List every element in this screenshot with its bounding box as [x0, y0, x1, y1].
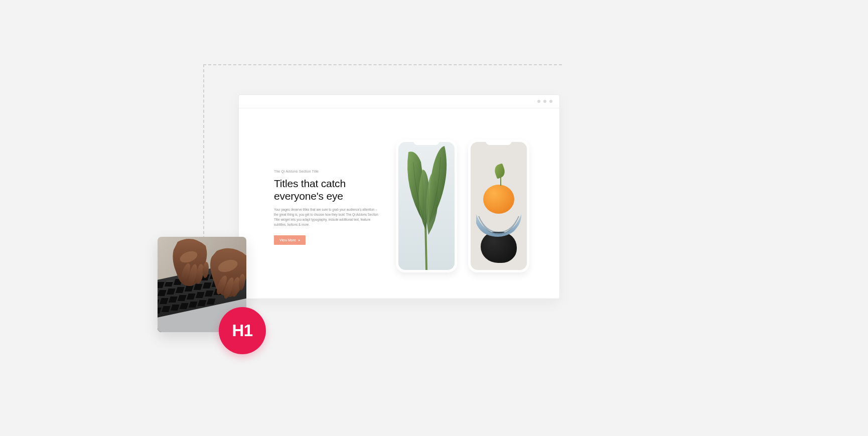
- h1-badge: H1: [219, 307, 266, 354]
- view-more-button[interactable]: View More: [274, 235, 306, 245]
- leaf-plant-image: [398, 142, 455, 270]
- section-subtitle: The Qi Addons Section Title: [274, 170, 382, 173]
- phone-mockup-right: [468, 139, 529, 272]
- window-dot: [549, 100, 552, 103]
- phone-screen-left: [398, 142, 455, 270]
- view-more-label: View More: [279, 238, 296, 242]
- browser-frame: The Qi Addons Section Title Titles that …: [238, 94, 560, 299]
- svg-rect-41: [166, 280, 174, 282]
- h1-badge-label: H1: [232, 321, 252, 340]
- chevron-right-icon: [299, 239, 300, 241]
- orange-shape: [483, 185, 514, 214]
- orange-leaf: [498, 168, 509, 186]
- browser-body: The Qi Addons Section Title Titles that …: [239, 108, 559, 299]
- sculpture-image: [471, 142, 527, 270]
- window-dot: [537, 100, 540, 103]
- section-title-showcase: The Qi Addons Section Title Titles that …: [274, 133, 382, 299]
- browser-header: [239, 95, 559, 108]
- window-dot: [543, 100, 546, 103]
- phone-notch: [413, 139, 440, 145]
- phone-mockups: [396, 133, 529, 299]
- section-headline: Titles that catch everyone's eye: [274, 177, 382, 202]
- phone-mockup-left: [396, 139, 457, 272]
- phone-notch: [486, 139, 512, 145]
- phone-screen-right: [471, 142, 527, 270]
- section-body-text: Your pages deserve titles that are sure …: [274, 207, 382, 227]
